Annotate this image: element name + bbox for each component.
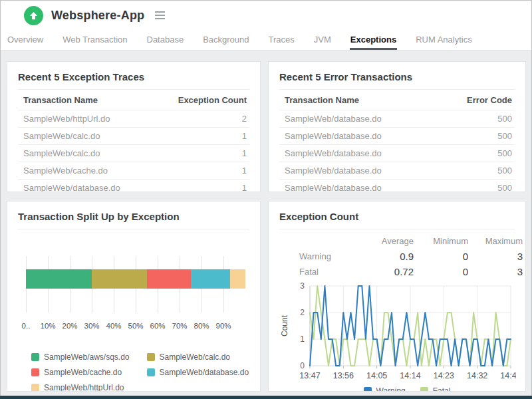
transaction-name: SampleWeb/database.do: [279, 166, 435, 176]
bar-segment-sampleweb-httpurl-do[interactable]: [230, 269, 245, 289]
legend-item-warning[interactable]: Warning: [364, 386, 406, 392]
stats-value: 3: [468, 251, 523, 262]
bar-segment-sampleweb-calc-do[interactable]: [92, 269, 147, 289]
tab-overview[interactable]: Overview: [7, 31, 44, 50]
table-row[interactable]: SampleWeb/httpUrl.do2: [18, 110, 249, 128]
legend-label: SampleWeb/httpUrl.do: [44, 383, 124, 392]
x-tick-label: 13:47: [299, 371, 320, 380]
stats-column-header: Maximum: [468, 236, 523, 246]
stats-value: 0.72: [359, 266, 414, 277]
stats-column-header: Average: [359, 236, 414, 246]
column-header: Transaction Name: [18, 95, 170, 105]
tab-rum-analytics[interactable]: RUM Analytics: [415, 31, 473, 50]
table-row[interactable]: SampleWeb/database.do500: [279, 145, 515, 162]
y-tick-label: 0: [300, 361, 305, 370]
stats-value: 3: [468, 266, 523, 277]
legend-swatch: [147, 353, 155, 361]
legend-item-sampleweb-calc-do[interactable]: SampleWeb/calc.do: [147, 352, 249, 362]
value-cell: 500: [435, 114, 515, 124]
tab-web-transaction[interactable]: Web Transaction: [62, 31, 128, 50]
stats-row-fatal: Fatal0.7203: [279, 264, 526, 279]
exception-traces-table: Transaction NameException CountSampleWeb…: [18, 90, 249, 192]
x-tick-label: 14:32: [467, 371, 487, 380]
hamburger-icon[interactable]: [152, 9, 168, 22]
x-tick-label: 10%: [40, 322, 55, 330]
table-row[interactable]: SampleWeb/cache.do1: [18, 162, 249, 180]
transaction-name: SampleWeb/database.do: [18, 183, 170, 192]
table-row[interactable]: SampleWeb/calc.do1: [18, 145, 249, 162]
table-header-row: Transaction NameError Code: [279, 90, 515, 110]
tab-database[interactable]: Database: [146, 31, 185, 50]
x-tick-label: 14:41: [500, 371, 516, 380]
column-header: Error Code: [435, 95, 515, 105]
x-tick-label: 13:56: [333, 371, 354, 380]
tab-background[interactable]: Background: [202, 31, 249, 50]
legend-label: SampleWeb/calc.do: [160, 352, 231, 362]
table-row[interactable]: SampleWeb/database.do1: [18, 180, 249, 192]
page-title: Websphere-App: [51, 9, 144, 23]
bar-segment-sampleweb-database-do[interactable]: [191, 269, 230, 289]
dashboard-grid: Recent 5 Exception Traces Transaction Na…: [0, 51, 532, 392]
legend-label: Fatal: [433, 386, 451, 392]
tab-jvm[interactable]: JVM: [313, 31, 332, 50]
legend-item-sampleweb-database-do[interactable]: SampleWeb/database.do: [147, 368, 249, 377]
tab-traces[interactable]: Traces: [268, 31, 295, 50]
stats-header-row: AverageMinimumMaximum: [279, 233, 526, 249]
column-header: Transaction Name: [279, 95, 435, 105]
table-row[interactable]: SampleWeb/database.do500: [279, 128, 515, 145]
footer-bar: [0, 396, 532, 399]
x-tick-label: 14:14: [400, 371, 420, 380]
panel-transaction-split: Transaction Split Up by Exception 0..10%…: [7, 201, 261, 392]
legend-item-sampleweb-aws-sqs-do[interactable]: SampleWeb/aws/sqs.do: [31, 352, 130, 362]
stats-value: 0: [414, 251, 468, 262]
transaction-name: SampleWeb/cache.do: [18, 166, 170, 176]
value-cell: 500: [435, 166, 515, 176]
value-cell: 500: [435, 131, 515, 141]
table-row[interactable]: SampleWeb/database.do500: [279, 180, 515, 192]
x-tick-label: 14:23: [434, 371, 454, 380]
stacked-bar-chart: [26, 256, 245, 313]
table-row[interactable]: SampleWeb/calc.do1: [18, 128, 249, 145]
stats-row-warning: Warning0.903: [279, 249, 526, 264]
y-tick-label: 1: [300, 334, 305, 344]
legend-label: SampleWeb/aws/sqs.do: [44, 352, 130, 362]
stacked-bar-legend: SampleWeb/aws/sqs.doSampleWeb/calc.doSam…: [31, 352, 249, 392]
tab-exceptions[interactable]: Exceptions: [350, 31, 397, 50]
value-cell: 1: [170, 183, 249, 192]
legend-item-sampleweb-cache-do[interactable]: SampleWeb/cache.do: [31, 368, 130, 377]
stacked-bar-axis: 0..10%20%30%40%50%60%70%80%90%: [26, 322, 245, 332]
legend-item-sampleweb-httpurl-do[interactable]: SampleWeb/httpUrl.do: [31, 383, 130, 392]
table-row[interactable]: SampleWeb/database.do500: [279, 110, 515, 128]
x-tick-label: 70%: [172, 322, 187, 330]
error-transactions-table: Transaction NameError CodeSampleWeb/data…: [279, 90, 515, 192]
x-tick-label: 40%: [106, 322, 121, 330]
exception-count-line-chart: 012313:4713:5614:0514:1414:2314:3214:41C…: [279, 281, 516, 386]
x-tick-label: 20%: [62, 322, 77, 330]
transaction-name: SampleWeb/calc.do: [18, 148, 170, 158]
panel-exception-traces: Recent 5 Exception Traces Transaction Na…: [7, 61, 261, 192]
column-header: Exception Count: [170, 95, 249, 105]
arrow-up-icon: [29, 11, 39, 21]
app-header: Websphere-App: [0, 0, 532, 31]
panel-error-transactions: Recent 5 Error Transactions Transaction …: [268, 61, 526, 192]
panel-title: Recent 5 Exception Traces: [18, 71, 249, 90]
legend-label: SampleWeb/database.do: [160, 368, 249, 377]
table-row[interactable]: SampleWeb/database.do500: [279, 162, 515, 180]
panel-title: Exception Count: [279, 211, 515, 229]
x-tick-label: 50%: [128, 322, 143, 330]
x-tick-label: 90%: [215, 322, 231, 330]
legend-item-fatal[interactable]: Fatal: [420, 386, 451, 392]
panel-exception-count: Exception Count AverageMinimumMaximumWar…: [268, 201, 526, 392]
x-tick-label: 0..: [22, 322, 31, 330]
panel-title: Transaction Split Up by Exception: [18, 211, 249, 229]
stats-value: 0: [414, 266, 468, 277]
legend-swatch: [364, 387, 372, 392]
value-cell: 2: [170, 114, 249, 124]
value-cell: 1: [170, 148, 249, 158]
legend-swatch: [31, 368, 39, 376]
stats-row-label: Warning: [279, 251, 359, 261]
bar-segment-sampleweb-cache-do[interactable]: [147, 269, 191, 289]
y-tick-label: 2: [300, 308, 305, 317]
legend-label: Warning: [376, 386, 406, 392]
bar-segment-sampleweb-aws-sqs-do[interactable]: [26, 269, 92, 289]
